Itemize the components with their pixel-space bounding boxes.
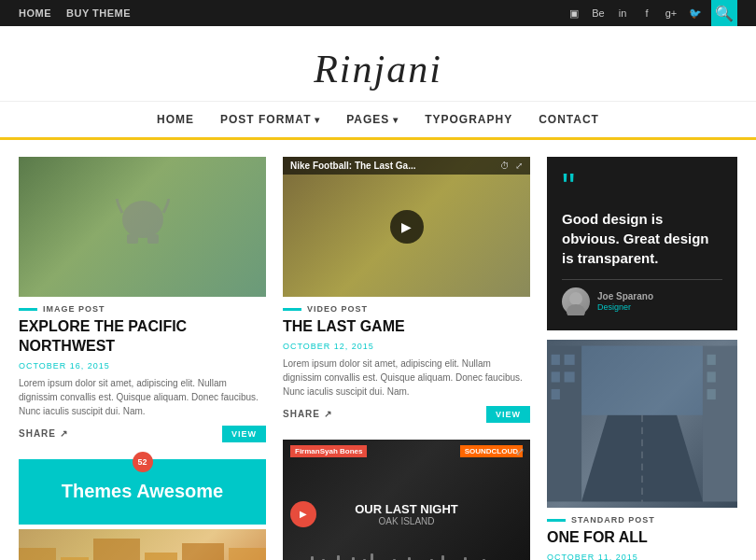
video-icons: ⏱ ⤢ [500,161,523,171]
svg-rect-21 [707,371,716,382]
nav-home[interactable]: HOME [19,7,51,19]
share-label-left: SHARE [19,428,56,439]
twitter-icon[interactable]: 🐦 [687,5,704,21]
post-image-forest [19,157,266,297]
svg-rect-20 [707,355,716,365]
svg-rect-6 [145,553,177,560]
themes-banner-text: Themes Awesome [62,481,223,502]
mainnav-contact[interactable]: CONTACT [539,113,599,126]
video-post-type-text: VIDEO POST [307,304,368,314]
post-title-left[interactable]: EXPLORE THE PACIFIC NORTHWEST [19,317,266,357]
col-left: IMAGE POST EXPLORE THE PACIFIC NORTHWEST… [19,157,266,560]
standard-post-type-label: STANDARD POST [547,515,737,525]
waveform-bar [311,556,314,560]
share-button-left[interactable]: SHARE ↗ [19,428,68,439]
author-avatar [562,287,590,315]
post-date-right: OCTOBER 11, 2015 [547,553,737,560]
svg-rect-14 [552,355,560,365]
nav-buy-theme[interactable]: BUY THEME [66,7,131,19]
standard-post-type-text: STANDARD POST [571,515,655,525]
logo-area: Rinjani [0,26,756,102]
search-button[interactable]: 🔍 [711,0,737,26]
audio-track-title: OUR LAST NIGHT [355,502,458,516]
mainnav-post-format[interactable]: POST FORMAT [220,113,320,126]
svg-point-0 [122,201,163,238]
themes-badge: 52 [133,452,153,472]
post-date-left: OCTOBER 16, 2015 [19,361,266,371]
svg-rect-16 [552,389,560,399]
mainnav-home[interactable]: HOME [157,113,194,126]
svg-rect-17 [565,355,575,365]
svg-rect-18 [565,371,575,382]
waveform-bar [441,555,444,560]
audio-image: FirmanSyah Bones SOUNDCLOUD ▶ OUR LAST N… [283,440,530,560]
share-icon-mid: ↗ [324,409,332,419]
mainnav-typography[interactable]: TYPOGRAPHY [425,113,512,126]
expand-icon[interactable]: ⤢ [515,161,523,171]
audio-track-sub: OAK ISLAND [355,516,458,526]
svg-rect-8 [229,548,266,560]
share-label-mid: SHARE [283,409,320,419]
svg-rect-22 [707,389,716,399]
video-thumbnail[interactable]: Nike Football: The Last Ga... ⏱ ⤢ ▶ [283,157,530,297]
bikes-image [19,529,266,560]
themes-banner[interactable]: 52 Themes Awesome [19,459,266,525]
author-title-label: Designer [597,302,631,312]
video-post-type-label: VIDEO POST [283,304,530,314]
behance-icon[interactable]: Be [590,5,607,21]
svg-rect-13 [547,346,581,502]
post-title-mid[interactable]: THE LAST GAME [283,317,530,337]
svg-rect-1 [127,234,138,244]
svg-rect-15 [552,371,560,382]
top-bar-right: ▣ Be in f g+ 🐦 🔍 [566,0,737,26]
quote-mark: " [562,172,722,202]
waveform-bar [337,555,340,560]
time-icon: ⏱ [500,161,510,171]
svg-rect-4 [61,557,89,560]
view-button-mid[interactable]: VIEW [486,406,530,423]
audio-waveform [283,552,530,560]
label-bar-accent-mid [283,308,301,311]
street-image [547,340,737,508]
label-bar-accent-right [547,519,566,522]
audio-top-bar: FirmanSyah Bones SOUNDCLOUD [283,440,530,463]
svg-point-12 [567,304,585,315]
label-bar-accent [19,308,37,311]
audio-card: FirmanSyah Bones SOUNDCLOUD ▶ OUR LAST N… [283,440,530,560]
post-footer-mid: SHARE ↗ VIEW [283,406,530,423]
post-footer-left: SHARE ↗ VIEW [19,426,266,442]
video-title: Nike Football: The Last Ga... [290,161,415,171]
audio-play-button[interactable]: ▶ [290,501,316,527]
image-post-card: IMAGE POST EXPLORE THE PACIFIC NORTHWEST… [19,157,266,442]
video-post-card: Nike Football: The Last Ga... ⏱ ⤢ ▶ VIDE… [283,157,530,423]
col-right: " Good design is obvious. Great design i… [547,157,737,560]
linkedin-icon[interactable]: in [614,5,631,21]
svg-rect-5 [93,539,140,560]
waveform-bar [371,553,373,560]
instagram-icon[interactable]: ▣ [566,5,582,21]
play-button[interactable]: ▶ [390,210,424,244]
google-plus-icon[interactable]: g+ [663,5,679,21]
facebook-icon[interactable]: f [638,5,655,21]
svg-rect-2 [147,234,159,244]
svg-rect-19 [703,346,737,502]
post-excerpt-left: Lorem ipsum dolor sit amet, adipiscing e… [19,376,266,418]
top-bar: HOME BUY THEME ▣ Be in f g+ 🐦 🔍 [0,0,756,26]
share-icon-left: ↗ [60,428,68,439]
audio-expand-icon[interactable]: ⤢ [515,445,525,458]
post-title-right[interactable]: ONE FOR ALL [547,528,737,548]
mainnav-pages[interactable]: PAGES [346,113,399,126]
site-logo[interactable]: Rinjani [0,47,756,91]
top-bar-nav: HOME BUY THEME [19,7,131,19]
standard-post-card: STANDARD POST ONE FOR ALL OCTOBER 11, 20… [547,515,737,560]
svg-rect-25 [581,346,703,415]
quote-card: " Good design is obvious. Great design i… [547,157,737,330]
author-name: Joe Sparano Designer [597,291,653,312]
quote-author: Joe Sparano Designer [562,279,722,315]
view-button-left[interactable]: VIEW [222,426,266,442]
main-nav: HOME POST FORMAT PAGES TYPOGRAPHY CONTAC… [0,102,756,140]
svg-rect-7 [182,543,224,560]
post-excerpt-mid: Lorem ipsum dolor sit amet, adipiscing e… [283,357,530,399]
share-button-mid[interactable]: SHARE ↗ [283,409,332,419]
post-date-mid: OCTOBER 12, 2015 [283,342,530,351]
